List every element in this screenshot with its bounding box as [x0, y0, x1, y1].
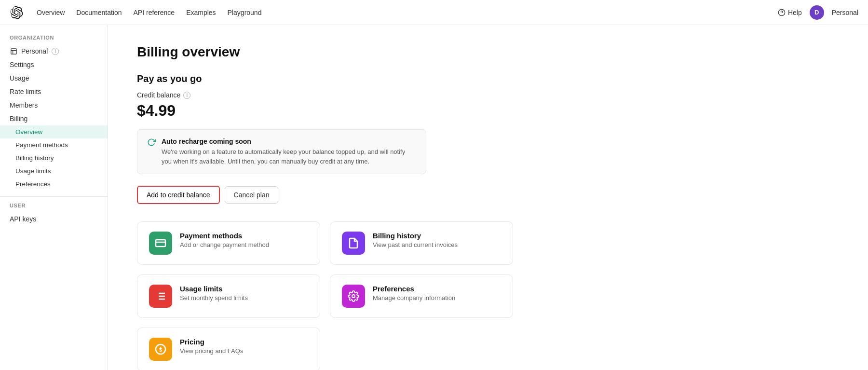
nav-playground[interactable]: Playground	[228, 9, 262, 16]
nav-documentation[interactable]: Documentation	[76, 9, 122, 16]
card-billing-history[interactable]: Billing history View past and current in…	[330, 221, 513, 265]
usage-limits-icon	[149, 285, 172, 308]
sidebar-org-name[interactable]: Personal i	[0, 44, 108, 58]
nav-examples[interactable]: Examples	[186, 9, 216, 16]
info-box-desc: We're working on a feature to automatica…	[162, 147, 416, 166]
nav-right: Help D Personal	[778, 5, 858, 20]
sidebar-divider	[0, 196, 108, 197]
card-payment-methods[interactable]: Payment methods Add or change payment me…	[137, 221, 320, 265]
card-billing-text: Billing history View past and current in…	[373, 232, 458, 248]
svg-rect-3	[156, 240, 165, 247]
pricing-icon: $	[149, 338, 172, 361]
org-info-icon[interactable]: i	[52, 48, 59, 55]
card-billing-desc: View past and current invoices	[373, 241, 458, 248]
card-prefs-text: Preferences Manage company information	[373, 285, 455, 301]
card-prefs-title: Preferences	[373, 285, 455, 293]
logo-icon[interactable]	[10, 6, 23, 19]
avatar[interactable]: D	[810, 5, 824, 20]
card-prefs-desc: Manage company information	[373, 294, 455, 301]
sidebar-item-billing[interactable]: Billing	[0, 112, 108, 125]
sidebar-item-usage-limits[interactable]: Usage limits	[0, 164, 108, 178]
svg-text:$: $	[159, 347, 162, 353]
info-box: Auto recharge coming soon We're working …	[137, 129, 426, 174]
sidebar-item-billing-history[interactable]: Billing history	[0, 151, 108, 164]
sidebar-item-overview[interactable]: Overview	[0, 125, 108, 138]
card-payment-title: Payment methods	[180, 232, 269, 240]
building-icon	[10, 47, 17, 55]
card-pricing-text: Pricing View pricing and FAQs	[180, 338, 243, 355]
card-payment-text: Payment methods Add or change payment me…	[180, 232, 269, 248]
credit-info-icon[interactable]: i	[183, 92, 190, 99]
help-label: Help	[788, 9, 802, 16]
body-layout: ORGANIZATION Personal i Settings Usage R…	[0, 25, 868, 370]
card-usage-text: Usage limits Set monthly spend limits	[180, 285, 248, 301]
cards-grid: Payment methods Add or change payment me…	[137, 221, 513, 370]
card-pricing-desc: View pricing and FAQs	[180, 347, 243, 355]
user-section-label: USER	[0, 203, 108, 212]
help-button[interactable]: Help	[778, 9, 802, 16]
card-usage-limits[interactable]: Usage limits Set monthly spend limits	[137, 274, 320, 318]
nav-links: Overview Documentation API reference Exa…	[37, 9, 261, 16]
card-usage-desc: Set monthly spend limits	[180, 294, 248, 301]
main-content: Billing overview Pay as you go Credit ba…	[108, 25, 868, 370]
card-payment-desc: Add or change payment method	[180, 241, 269, 248]
info-box-title: Auto recharge coming soon	[162, 137, 416, 145]
sidebar-item-payment-methods[interactable]: Payment methods	[0, 138, 108, 151]
info-box-content: Auto recharge coming soon We're working …	[162, 137, 416, 166]
nav-api-reference[interactable]: API reference	[134, 9, 175, 16]
card-pricing-title: Pricing	[180, 338, 243, 346]
cancel-plan-button[interactable]: Cancel plan	[225, 186, 279, 204]
payment-methods-icon	[149, 232, 172, 255]
svg-point-11	[352, 295, 355, 298]
top-nav: Overview Documentation API reference Exa…	[0, 0, 868, 25]
nav-overview[interactable]: Overview	[37, 9, 65, 16]
sidebar-item-members[interactable]: Members	[0, 98, 108, 112]
page-title: Billing overview	[137, 44, 839, 60]
button-row: Add to credit balance Cancel plan	[137, 186, 839, 204]
preferences-icon	[342, 285, 365, 308]
sidebar: ORGANIZATION Personal i Settings Usage R…	[0, 25, 108, 370]
sidebar-item-api-keys[interactable]: API keys	[0, 212, 108, 226]
card-pricing[interactable]: $ Pricing View pricing and FAQs	[137, 328, 320, 370]
card-preferences[interactable]: Preferences Manage company information	[330, 274, 513, 318]
org-name-label: Personal	[21, 47, 48, 55]
user-name: Personal	[832, 9, 858, 16]
sidebar-item-settings[interactable]: Settings	[0, 58, 108, 71]
sidebar-item-rate-limits[interactable]: Rate limits	[0, 85, 108, 98]
recharge-icon	[147, 138, 156, 149]
org-section-label: ORGANIZATION	[0, 35, 108, 44]
sidebar-item-preferences[interactable]: Preferences	[0, 178, 108, 191]
billing-history-icon	[342, 232, 365, 255]
credit-balance-label: Credit balance i	[137, 91, 839, 99]
credit-amount: $4.99	[137, 102, 839, 120]
sidebar-item-usage[interactable]: Usage	[0, 71, 108, 85]
add-to-credit-balance-button[interactable]: Add to credit balance	[137, 186, 220, 204]
card-usage-title: Usage limits	[180, 285, 248, 293]
svg-rect-2	[11, 48, 16, 54]
section-subtitle: Pay as you go	[137, 73, 839, 84]
card-billing-title: Billing history	[373, 232, 458, 240]
